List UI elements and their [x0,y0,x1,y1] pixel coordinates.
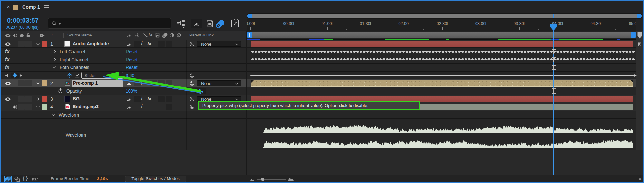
stopwatch-icon[interactable] [67,73,72,78]
comp-color-swatch[interactable] [13,5,18,10]
graph-editor-button[interactable] [231,19,240,29]
motion-blur-cell[interactable] [166,104,172,110]
twirl-right-icon[interactable] [53,49,57,54]
transfer-controls-pane-toggle[interactable] [14,176,20,182]
twirl-down-icon[interactable] [36,81,40,86]
in-out-panes-toggle[interactable]: {} [23,176,29,181]
scroll-nub-icon[interactable] [639,178,642,180]
panel-menu-icon[interactable] [44,5,49,10]
collapse-cell[interactable] [134,80,141,86]
next-keyframe-icon[interactable] [20,74,22,77]
property-row-slider[interactable]: Slider 3,60 [1,72,636,79]
solo-cell[interactable] [18,80,25,86]
motion-blur-circles-column-icon[interactable] [162,33,168,38]
source-name-column-header[interactable]: Source Name [67,33,92,37]
layer-label-swatch[interactable] [42,80,47,86]
layer-row-pre-comp-1-selected[interactable]: 2 Pre-comp 1 / None [1,79,636,87]
lock-cell[interactable] [25,80,32,86]
lock-cell[interactable] [25,41,32,47]
render-time-pane-toggle[interactable] [31,176,38,182]
effects-cell[interactable] [150,80,157,86]
3d-layer-column-icon[interactable] [176,33,181,38]
reset-link[interactable]: Reset [126,57,138,62]
solo-cell[interactable] [18,96,25,102]
shy-column-icon[interactable] [127,33,132,38]
motion-blur-cell[interactable] [166,80,172,86]
layer-name[interactable]: Ending.mp3 [73,104,99,109]
solo-cell[interactable] [18,104,25,110]
motion-blur-button[interactable] [215,19,225,29]
audio-column-speaker-icon[interactable] [12,33,17,38]
layer-label-swatch[interactable] [42,104,47,110]
twirl-right-icon[interactable] [53,57,57,62]
expression-graph-icon[interactable] [75,73,80,78]
layer-row-audio-amplitude[interactable]: 1 Audio Amplitude / fx None [1,40,636,48]
eye-toggle-icon[interactable] [5,97,11,101]
navigator-right-handle[interactable] [637,14,642,18]
video-column-eye-icon[interactable] [5,34,11,38]
motion-blur-cell[interactable] [166,96,172,102]
navigator-bar[interactable] [247,14,642,18]
effect-name[interactable]: Both Channels [60,65,89,70]
twirl-down-icon[interactable] [36,42,40,46]
toggle-switches-modes-button[interactable]: Toggle Switches / Modes [125,176,186,182]
keyframes-dotted-line[interactable] [251,58,635,61]
eye-toggle-icon[interactable] [5,42,11,46]
property-name[interactable]: Waveform [66,132,86,137]
shy-switch-icon[interactable] [127,97,132,102]
parent-pick-whip-icon[interactable] [189,97,195,102]
selected-layer-name-box[interactable]: Pre-comp 1 [72,80,123,87]
current-timecode[interactable]: 0:00:03:57 [7,17,39,24]
tab-title[interactable]: Comp 1 [22,4,40,10]
frame-blend-cell[interactable] [158,96,165,102]
prev-keyframe-icon[interactable] [5,74,8,77]
property-pick-whip-icon[interactable] [189,73,195,78]
layer-name[interactable]: BG [73,96,80,101]
parent-link-column-header[interactable]: Parent & Link [189,33,214,37]
property-row-opacity[interactable]: Opacity 100% [1,87,636,95]
opacity-value[interactable]: 100% [126,88,137,94]
parent-pick-whip-icon[interactable] [189,104,195,109]
effect-row-left-channel[interactable]: fx Left Channel Reset [1,48,636,56]
keyframes-dotted-line[interactable] [251,50,635,53]
collapse-cell[interactable] [134,96,141,102]
zoom-out-mountain-icon[interactable] [250,178,255,181]
label-column-tag-icon[interactable] [40,33,45,38]
solo-cell[interactable] [18,41,25,47]
navigator-left-handle[interactable] [247,14,252,18]
motion-blur-cell[interactable] [166,41,172,47]
shy-switch-icon[interactable] [127,42,132,47]
layer-label-swatch[interactable] [42,96,47,102]
tab-close-icon[interactable]: × [5,4,12,10]
mini-flowchart-button[interactable] [176,19,186,29]
shy-switch-icon[interactable] [127,81,132,86]
effect-row-both-channels[interactable]: fx Both Channels Reset [1,64,636,72]
reset-link[interactable]: Reset [126,65,138,70]
slider-name-editbox[interactable]: Slider [81,72,123,79]
solo-column-icon[interactable] [20,34,24,37]
lock-column-icon[interactable] [25,33,31,38]
stopwatch-icon[interactable] [58,88,63,94]
effects-switch[interactable]: fx [147,41,151,46]
layer-bar-audio-amplitude[interactable] [251,41,633,47]
layer-bar-pre-comp-1[interactable] [251,80,633,87]
eye-toggle-icon[interactable] [5,81,11,86]
zoom-in-mountain-icon[interactable] [287,177,294,181]
twirl-down-icon[interactable] [36,105,40,109]
parent-dropdown[interactable]: None [197,80,241,86]
property-row-waveform-display[interactable]: Waveform [1,119,636,150]
property-pick-whip-icon-active[interactable] [198,88,203,94]
lock-cell[interactable] [25,96,32,102]
timeline-navigator[interactable] [247,13,642,19]
work-area-end-handle[interactable] [631,32,636,38]
frame-blending-button[interactable] [205,19,215,29]
property-group-row-waveform[interactable]: Waveform [1,111,636,119]
lock-cell[interactable] [25,104,32,110]
effect-name[interactable]: Right Channel [60,57,88,62]
fx-column-icon[interactable]: fx [149,32,152,37]
comp-marker-bin-icon[interactable] [637,32,643,39]
slider-keyframes-line[interactable] [252,74,634,76]
effects-switch[interactable]: fx [147,96,151,101]
twirl-down-icon[interactable] [52,65,57,70]
frame-blend-cell[interactable] [158,80,165,86]
